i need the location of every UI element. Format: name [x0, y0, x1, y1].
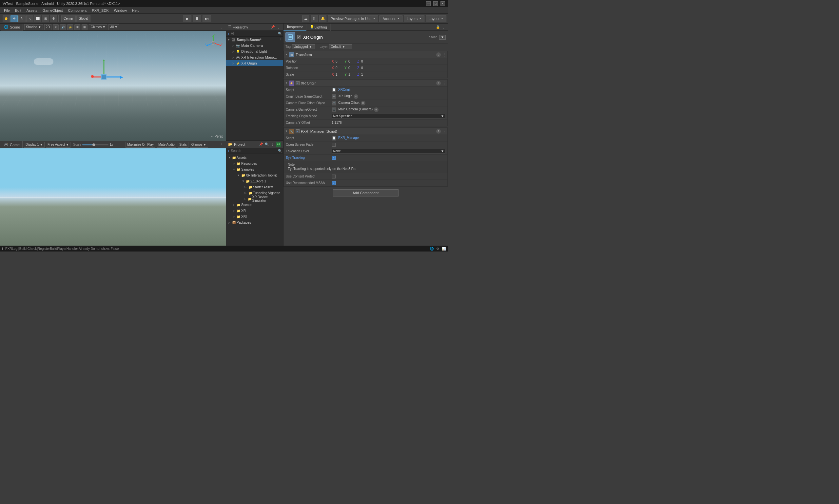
shading-dropdown[interactable]: Shaded ▼ — [24, 24, 42, 30]
pxr-manager-header[interactable]: ▼ 🔧 PXR_Manager (Script) ? ⋮ — [284, 128, 447, 135]
layout-btn[interactable]: Layout ▼ — [426, 15, 447, 22]
move-tool-btn[interactable]: ✥ — [11, 15, 18, 22]
hand-tool-btn[interactable]: ✋ — [3, 15, 10, 22]
lighting-tab[interactable]: 💡 Lighting — [307, 23, 331, 31]
menu-help[interactable]: Help — [129, 7, 142, 14]
notifications-button[interactable]: 🔔 — [319, 15, 327, 22]
msaa-toggle[interactable] — [332, 181, 336, 185]
pxr-script-icon[interactable]: 📄 — [332, 136, 336, 141]
content-protect-toggle[interactable] — [332, 175, 336, 179]
pxr-script-name[interactable]: PXR_Manager — [338, 136, 360, 141]
collab-button[interactable]: ☁ — [302, 15, 309, 22]
scene-menu-icon[interactable]: ⋮ — [279, 38, 282, 41]
scene-hidden-btn[interactable]: 👁 — [74, 24, 80, 30]
status-icon-1[interactable]: 🌐 — [430, 247, 434, 251]
xr-origin-help-btn[interactable]: ? — [436, 81, 441, 86]
pxr-enable-checkbox[interactable] — [296, 129, 300, 133]
script-name[interactable]: XROrigin — [338, 88, 352, 92]
hierarchy-item-xrmanager[interactable]: ▷ 🎮 XR Interaction Mana... — [226, 54, 283, 60]
global-toggle-btn[interactable]: Global — [76, 15, 90, 22]
project-search-input[interactable] — [231, 149, 277, 152]
step-button[interactable]: ⏭ — [203, 15, 211, 22]
inspector-tab[interactable]: ℹ Inspector — [283, 23, 307, 31]
hierarchy-search-input[interactable] — [231, 32, 277, 35]
rect-tool-btn[interactable]: ⬜ — [34, 15, 41, 22]
custom-editor-btn[interactable]: ⚙ — [50, 15, 57, 22]
menu-edit[interactable]: Edit — [13, 7, 24, 14]
minimize-button[interactable]: — — [426, 1, 431, 6]
scene-lighting-btn[interactable]: ☀ — [53, 24, 59, 30]
game-viewport[interactable] — [0, 148, 226, 246]
game-tab[interactable]: 🎮 Game — [1, 141, 23, 148]
camera-floor-pick-btn[interactable]: ⊙ — [361, 101, 365, 105]
close-button[interactable]: ✕ — [440, 1, 445, 6]
game-more-btn[interactable]: ⋮ — [219, 142, 225, 147]
project-pin-btn[interactable]: 📌 — [258, 142, 263, 147]
aspect-dropdown[interactable]: Free Aspect ▼ — [46, 142, 70, 148]
xr-origin-header[interactable]: ▼ ⚡ XR Origin ? ⋮ — [284, 79, 447, 87]
play-button[interactable]: ▶ — [183, 15, 191, 22]
project-starter[interactable]: ▷ 📁 Starter Assets — [227, 184, 282, 190]
scene-viewport[interactable]: ▲ ▶ — [0, 31, 226, 141]
foveation-dropdown[interactable]: None ▼ — [332, 149, 445, 154]
scene-more-btn[interactable]: ⋮ — [219, 24, 225, 30]
scene-tab[interactable]: 🌐 Scene — [1, 23, 23, 31]
menu-assets[interactable]: Assets — [24, 7, 40, 14]
object-active-checkbox[interactable] — [297, 35, 301, 39]
project-assets[interactable]: ▼ 📁 Assets — [227, 155, 282, 160]
camera-floor-icon[interactable]: 🎮 — [332, 101, 336, 105]
preview-packages-btn[interactable]: Preview Packages in Use ▼ — [328, 15, 379, 22]
scene-grid-btn[interactable]: ⊞ — [82, 24, 88, 30]
scale-thumb[interactable] — [92, 143, 95, 146]
maximize-button[interactable]: □ — [433, 1, 438, 6]
mute-audio-btn[interactable]: Mute Audio — [157, 142, 176, 148]
scene-audio-btn[interactable]: 🔊 — [60, 24, 66, 30]
xr-origin-menu-btn[interactable]: ⋮ — [442, 81, 446, 86]
gizmos2-dropdown[interactable]: Gizmos ▼ — [190, 142, 208, 148]
pxr-menu-btn[interactable]: ⋮ — [442, 129, 446, 133]
eye-tracking-toggle[interactable] — [332, 156, 336, 160]
inspector-more-btn[interactable]: ⋮ — [441, 24, 447, 30]
tag-dropdown[interactable]: Untagged ▼ — [292, 44, 315, 49]
menu-window[interactable]: Window — [111, 7, 129, 14]
transform-help-btn[interactable]: ? — [436, 52, 441, 57]
pause-button[interactable]: ⏸ — [193, 15, 201, 22]
project-resources[interactable]: ▷ 📁 Resources — [227, 160, 282, 166]
scale-slider[interactable] — [82, 144, 108, 145]
project-device-sim[interactable]: ▷ 📁 XR Device Simulator — [227, 196, 282, 202]
layer-dropdown[interactable]: Default ▼ — [329, 44, 352, 49]
all-dropdown[interactable]: All ▼ — [108, 24, 119, 30]
scene-fx-btn[interactable]: ✨ — [67, 24, 73, 30]
origin-base-icon[interactable]: 🎮 — [332, 94, 336, 99]
inspector-lock-btn[interactable]: 🔒 — [435, 24, 440, 30]
scale-tool-btn[interactable]: ⤡ — [26, 15, 33, 22]
hierarchy-item-samplescene[interactable]: ▼ 🎬 SampleScene* ⋮ — [226, 37, 283, 42]
camera-go-icon[interactable]: 📷 — [332, 107, 336, 112]
gizmos-dropdown[interactable]: Gizmos ▼ — [89, 24, 107, 30]
add-component-button[interactable]: Add Component — [333, 189, 399, 197]
camera-go-pick-btn[interactable]: ⊙ — [374, 107, 379, 112]
center-toggle-btn[interactable]: Center — [61, 15, 76, 22]
project-packages[interactable]: ▷ 📦 Packages — [227, 219, 282, 225]
hierarchy-more-btn[interactable]: ⋮ — [276, 24, 281, 30]
menu-file[interactable]: File — [1, 7, 13, 14]
hierarchy-plus-btn[interactable]: + — [227, 32, 229, 36]
dim-dropdown[interactable]: 2D — [44, 24, 52, 30]
xr-origin-enable-checkbox[interactable] — [296, 81, 300, 85]
project-xri[interactable]: ▷ 📁 XRI — [227, 214, 282, 219]
open-screen-fade-toggle[interactable] — [332, 143, 336, 147]
project-xrit[interactable]: ▼ 📁 XR Interaction Toolkit — [227, 172, 282, 178]
status-icon-2[interactable]: ⚙ — [436, 247, 439, 251]
hierarchy-pin-btn[interactable]: 📌 — [270, 24, 275, 30]
project-samples[interactable]: ▼ 📁 Samples — [227, 166, 282, 172]
script-file-icon[interactable]: 📄 — [332, 88, 336, 92]
menu-gameobject[interactable]: GameObject — [40, 7, 66, 14]
navigation-gizmo[interactable]: Y X Z — [205, 34, 223, 52]
project-xr[interactable]: ▷ 📁 XR — [227, 208, 282, 214]
hierarchy-item-dirlight[interactable]: ▷ 💡 Directional Light — [226, 49, 283, 54]
hierarchy-item-maincamera[interactable]: ▷ 📷 Main Camera — [226, 42, 283, 49]
layers-btn[interactable]: Layers ▼ — [404, 15, 424, 22]
project-scenes[interactable]: ▷ 📁 Scenes — [227, 202, 282, 208]
rotate-tool-btn[interactable]: ↻ — [18, 15, 25, 22]
pxr-help-btn[interactable]: ? — [436, 129, 441, 133]
